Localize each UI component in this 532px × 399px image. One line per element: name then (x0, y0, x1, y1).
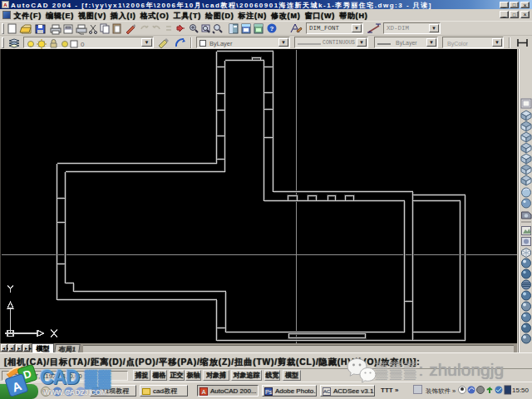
svg-text:?: ? (270, 25, 274, 32)
svg-text:0: 0 (81, 41, 85, 48)
